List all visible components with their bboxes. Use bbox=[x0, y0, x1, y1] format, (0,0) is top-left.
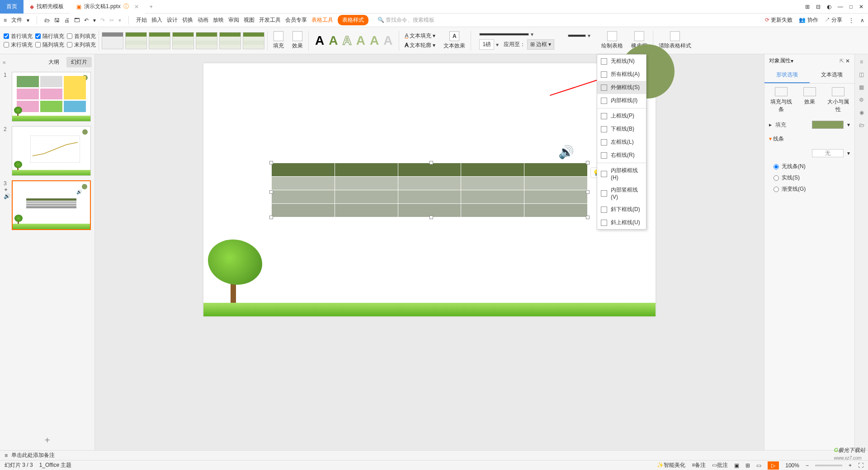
tab-table-style[interactable]: 表格样式 bbox=[338, 15, 368, 25]
chk-band-row[interactable]: 隔行填充 bbox=[35, 33, 64, 40]
tab-document[interactable]: ▣演示文稿1.pptxⓘ✕ bbox=[70, 0, 145, 14]
cut-icon[interactable]: ✂ bbox=[109, 17, 114, 24]
tab-view[interactable]: 视图 bbox=[244, 16, 255, 24]
tool-2[interactable]: ◫ bbox=[859, 71, 864, 78]
border-option-3[interactable]: 内部框线(I) bbox=[597, 94, 646, 107]
radio-gradient[interactable]: 渐变线(G) bbox=[764, 183, 854, 195]
border-weight[interactable]: 1磅 bbox=[479, 39, 494, 50]
chk-last-col[interactable]: 末列填充 bbox=[67, 41, 96, 49]
chk-first-col[interactable]: 首列填充 bbox=[67, 33, 96, 40]
line-none[interactable]: 无 bbox=[812, 149, 844, 157]
text-options-tab[interactable]: 文本选项 bbox=[810, 67, 855, 83]
tab-animation[interactable]: 动画 bbox=[198, 16, 208, 24]
text-outline-button[interactable]: A 文本轮廓 ▾ bbox=[405, 42, 435, 49]
border-option-4[interactable]: 上框线(P) bbox=[597, 109, 646, 122]
fill-color[interactable] bbox=[812, 121, 844, 129]
tool-1[interactable]: ≡ bbox=[860, 59, 863, 65]
fill-button[interactable]: 填充 bbox=[270, 31, 287, 50]
audio-icon[interactable]: 🔊 bbox=[558, 145, 574, 160]
chevron-icon[interactable]: ∧ bbox=[860, 17, 864, 24]
border-option-11[interactable]: 斜上框线(U) bbox=[597, 216, 646, 229]
tab-start[interactable]: 开始 bbox=[136, 16, 147, 24]
view-sorter[interactable]: ⊞ bbox=[745, 462, 750, 469]
border-option-9[interactable]: 内部竖框线(V) bbox=[597, 183, 646, 203]
menu-icon[interactable]: ≡ bbox=[4, 17, 7, 24]
tab-review[interactable]: 审阅 bbox=[228, 16, 239, 24]
fill-section[interactable]: 填充 bbox=[775, 121, 786, 129]
tab-table-tools[interactable]: 表格工具 bbox=[311, 16, 333, 24]
border-option-6[interactable]: 左框线(L) bbox=[597, 136, 646, 149]
effects-tab[interactable]: 效果 bbox=[797, 87, 822, 113]
outline-tab[interactable]: 大纲 bbox=[44, 57, 64, 67]
slide-thumb-1[interactable] bbox=[12, 72, 91, 122]
minimize-button[interactable]: — bbox=[838, 4, 843, 10]
chk-first-row[interactable]: 首行填充 bbox=[4, 33, 33, 40]
view-slideshow[interactable]: ▷ bbox=[768, 461, 779, 470]
avatar-icon[interactable]: ◐ bbox=[827, 4, 831, 10]
file-menu[interactable]: 文件 bbox=[11, 16, 22, 24]
slide-thumb-2[interactable] bbox=[12, 126, 91, 176]
radio-no-line[interactable]: 无线条(N) bbox=[764, 161, 854, 172]
chk-band-col[interactable]: 隔列填充 bbox=[35, 41, 64, 49]
size-tab[interactable]: 大小与属性 bbox=[825, 87, 851, 113]
close-icon[interactable]: ✕ bbox=[134, 4, 139, 10]
chk-last-row[interactable]: 末行填充 bbox=[4, 41, 33, 49]
effect-button[interactable]: 效果 bbox=[289, 31, 306, 50]
share-button[interactable]: ↗ 分享 bbox=[825, 16, 842, 24]
slides-tab[interactable]: 幻灯片 bbox=[66, 57, 92, 67]
text-styles[interactable]: AAA AAA bbox=[311, 33, 396, 48]
border-option-0[interactable]: 无框线(N) bbox=[597, 55, 646, 68]
tab-developer[interactable]: 开发工具 bbox=[259, 16, 281, 24]
view-reading[interactable]: ▭ bbox=[756, 462, 761, 469]
selected-table[interactable] bbox=[271, 163, 588, 217]
add-slide-button[interactable]: + bbox=[0, 431, 94, 450]
layout-icon[interactable]: ⊞ bbox=[805, 4, 810, 10]
fill-line-tab[interactable]: 填充与线条 bbox=[768, 87, 794, 113]
radio-solid[interactable]: 实线(S) bbox=[764, 172, 854, 183]
collapse-icon[interactable]: « bbox=[3, 59, 6, 66]
text-fill-button[interactable]: A 文本填充 ▾ bbox=[405, 32, 435, 40]
tab-transition[interactable]: 切换 bbox=[182, 16, 193, 24]
line-section[interactable]: ▾ 线条 bbox=[764, 132, 854, 146]
update-fail[interactable]: ⟳ 更新失败 bbox=[765, 16, 793, 24]
border-option-7[interactable]: 右框线(R) bbox=[597, 149, 646, 162]
redo-icon[interactable]: ↷ bbox=[100, 17, 105, 24]
table-styles-gallery[interactable] bbox=[102, 32, 264, 49]
notes-toggle[interactable]: ≡备注 bbox=[692, 461, 706, 469]
border-option-10[interactable]: 斜下框线(D) bbox=[597, 203, 646, 216]
border-option-1[interactable]: 所有框线(A) bbox=[597, 68, 646, 81]
slide-thumb-3[interactable]: 🔊 bbox=[12, 180, 91, 230]
border-option-5[interactable]: 下框线(B) bbox=[597, 122, 646, 136]
tool-3[interactable]: ▦ bbox=[859, 84, 864, 90]
clear-style-button[interactable]: 清除表格样式 bbox=[656, 31, 694, 50]
close-panel-icon[interactable]: ✕ bbox=[845, 58, 850, 64]
print-icon[interactable]: 🖨 bbox=[64, 17, 70, 24]
maximize-button[interactable]: □ bbox=[849, 4, 853, 10]
zoom-level[interactable]: 100% bbox=[785, 462, 799, 469]
preview-icon[interactable]: 🗔 bbox=[74, 17, 80, 24]
open-icon[interactable]: 🗁 bbox=[44, 17, 50, 24]
slide[interactable]: 🔊 💡 bbox=[203, 63, 656, 316]
zoom-in[interactable]: + bbox=[849, 462, 852, 469]
grid-icon[interactable]: ⊟ bbox=[816, 4, 821, 10]
border-button[interactable]: ⊞ 边框 ▾ bbox=[527, 39, 555, 50]
view-normal[interactable]: ▣ bbox=[734, 462, 739, 469]
save-icon[interactable]: 🖫 bbox=[54, 17, 60, 24]
tab-home[interactable]: 首页 bbox=[0, 0, 24, 14]
comments-toggle[interactable]: ▭批注 bbox=[712, 461, 728, 469]
close-button[interactable]: ✕ bbox=[859, 4, 863, 10]
zoom-out[interactable]: − bbox=[806, 462, 809, 469]
tab-slideshow[interactable]: 放映 bbox=[213, 16, 224, 24]
search-input[interactable]: 🔍 查找命令、搜索模板 bbox=[377, 16, 434, 24]
fit-icon[interactable]: ⛶ bbox=[858, 462, 863, 469]
tab-insert[interactable]: 插入 bbox=[151, 16, 162, 24]
tab-member[interactable]: 会员专享 bbox=[285, 16, 307, 24]
tool-5[interactable]: ◉ bbox=[859, 109, 864, 116]
tab-template[interactable]: ◆找稻壳模板 bbox=[24, 0, 70, 14]
coop-button[interactable]: 👥 协作 bbox=[799, 16, 818, 24]
border-option-2[interactable]: 外侧框线(S) bbox=[597, 81, 646, 94]
undo-icon[interactable]: ↶ bbox=[84, 17, 89, 24]
tool-6[interactable]: 🗁 bbox=[859, 122, 864, 128]
more-icon[interactable]: ⋮ bbox=[849, 17, 854, 24]
draw-table-button[interactable]: 绘制表格 bbox=[599, 31, 626, 50]
